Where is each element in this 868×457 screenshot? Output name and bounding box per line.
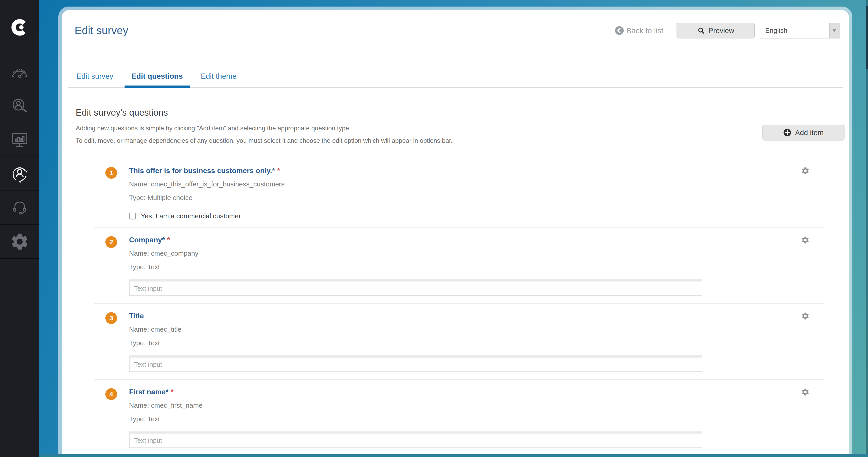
horizontal-scrollbar[interactable] (39, 454, 868, 457)
questions-section: Edit survey's questions Add item Adding … (62, 107, 849, 455)
settings-gear-icon (10, 232, 30, 252)
language-select[interactable]: English ▼ (760, 23, 839, 38)
question-type-line: Type: Text (129, 339, 824, 347)
question-settings-icon[interactable] (801, 236, 810, 244)
question-title[interactable]: First name** (129, 387, 824, 396)
sidebar-item-support[interactable] (0, 191, 39, 225)
question-title-text: Company* (129, 236, 165, 244)
sidebar-item-logo[interactable] (0, 0, 39, 55)
question-widget (129, 357, 824, 372)
required-asterisk: * (167, 236, 170, 244)
question-number-badge: 3 (105, 312, 117, 324)
question-title[interactable]: Title (129, 311, 824, 320)
question-type-line: Type: Text (129, 263, 824, 271)
question-body: First name** Name: cmec_first_name Type:… (129, 387, 824, 448)
question-body: This offer is for business customers onl… (129, 166, 824, 220)
question-number-badge: 2 (105, 236, 117, 248)
dashboard-gauge-icon (10, 62, 30, 82)
back-circle-icon (615, 26, 624, 35)
plus-circle-icon (783, 128, 792, 137)
sidebar-item-user-lifecycle[interactable] (0, 157, 39, 191)
question-number-badge: 4 (105, 388, 117, 400)
required-asterisk: * (277, 167, 280, 175)
text-input-field[interactable] (129, 357, 702, 372)
card-header: Edit survey Back to list (62, 10, 849, 38)
question-title-text: First name* (129, 388, 168, 396)
app-sidebar (0, 0, 39, 457)
tab-edit-theme[interactable]: Edit theme (194, 72, 243, 88)
language-selected-value: English (760, 23, 829, 38)
question-row-2[interactable]: 2 Company** Name: cmec_company Type: Tex… (94, 227, 824, 303)
question-name-line: Name: cmec_first_name (129, 401, 824, 409)
question-settings-icon[interactable] (801, 388, 810, 396)
question-title[interactable]: This offer is for business customers onl… (129, 166, 824, 175)
question-title[interactable]: Company** (129, 235, 824, 244)
vertical-scrollbar-thumb[interactable] (866, 6, 868, 69)
choice-checkbox[interactable] (129, 213, 136, 220)
question-title-text: Title (129, 312, 144, 320)
sidebar-item-settings[interactable] (0, 225, 39, 259)
question-row-4[interactable]: 4 First name** Name: cmec_first_name Typ… (94, 379, 824, 455)
choice-option-row: Yes, I am a commercial customer (129, 212, 824, 220)
support-headset-icon (10, 198, 30, 218)
logo-icon (9, 17, 31, 38)
header-controls: Back to list Preview English ▼ (615, 23, 839, 38)
required-asterisk: * (170, 388, 174, 396)
user-sync-icon (10, 164, 30, 184)
add-item-button[interactable]: Add item (763, 125, 844, 141)
preview-label: Preview (708, 26, 734, 35)
question-number-badge: 1 (105, 167, 117, 179)
question-type-line: Type: Multiple choice (129, 194, 824, 202)
vertical-scrollbar[interactable] (866, 0, 868, 457)
back-to-list-label: Back to list (626, 26, 663, 35)
choice-label: Yes, I am a commercial customer (141, 212, 241, 220)
user-search-icon (10, 96, 30, 116)
sidebar-item-user-search[interactable] (0, 89, 39, 123)
page-title: Edit survey (74, 24, 615, 37)
question-body: Company** Name: cmec_company Type: Text (129, 235, 824, 296)
edit-survey-card: Edit survey Back to list (62, 10, 849, 457)
card-outer-edge: Edit survey Back to list (58, 6, 852, 457)
add-item-label: Add item (795, 128, 824, 137)
question-settings-icon[interactable] (801, 312, 810, 320)
text-input-field[interactable] (129, 281, 702, 296)
search-icon (697, 26, 705, 35)
tab-edit-questions[interactable]: Edit questions (125, 72, 189, 88)
question-list: 1 This offer is for business customers o… (94, 158, 824, 455)
question-widget (129, 433, 824, 448)
question-name-line: Name: cmec_company (129, 249, 824, 257)
question-settings-icon[interactable] (801, 167, 810, 175)
monitor-chart-icon (10, 130, 30, 150)
chevron-down-icon: ▼ (829, 23, 839, 38)
section-heading: Edit survey's questions (76, 107, 836, 118)
sidebar-item-dashboard[interactable] (0, 55, 39, 89)
sidebar-item-reports[interactable] (0, 123, 39, 157)
question-row-3[interactable]: 3 Title Name: cmec_title Type: Text (94, 303, 824, 379)
question-type-line: Type: Text (129, 415, 824, 423)
back-to-list-link[interactable]: Back to list (615, 26, 663, 35)
section-description-line1: Adding new questions is simple by clicki… (76, 124, 836, 132)
question-widget (129, 281, 824, 296)
question-title-text: This offer is for business customers onl… (129, 167, 275, 175)
tab-bar: Edit survey Edit questions Edit theme (68, 72, 843, 88)
question-name-line: Name: cmec_this_offer_is_for_business_cu… (129, 180, 824, 188)
preview-button[interactable]: Preview (677, 23, 755, 38)
question-body: Title Name: cmec_title Type: Text (129, 311, 824, 372)
section-description-line2: To edit, move, or manage dependencies of… (76, 137, 836, 144)
question-row-1[interactable]: 1 This offer is for business customers o… (94, 158, 824, 227)
text-input-field[interactable] (129, 433, 702, 448)
workspace-background: Edit survey Back to list (39, 0, 868, 457)
tab-edit-survey[interactable]: Edit survey (70, 72, 120, 88)
question-name-line: Name: cmec_title (129, 325, 824, 334)
